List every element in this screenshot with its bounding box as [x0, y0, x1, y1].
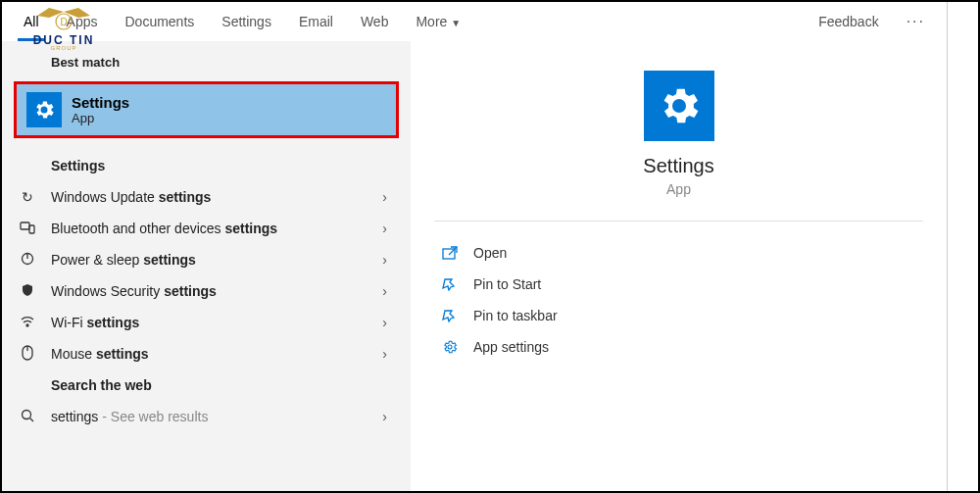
feedback-link[interactable]: Feedback	[805, 4, 892, 39]
result-windows-security[interactable]: Windows Security settings ›	[2, 275, 411, 307]
power-icon	[18, 252, 37, 269]
results-panel: Best match Settings App Settings ↻ Windo…	[2, 41, 411, 491]
svg-line-8	[30, 418, 34, 421]
action-pin-taskbar[interactable]: Pin to taskbar	[434, 300, 923, 331]
pin-icon	[438, 309, 462, 322]
result-web-search[interactable]: settings- See web results ›	[2, 401, 411, 432]
svg-rect-0	[21, 222, 29, 229]
mouse-icon	[18, 345, 37, 364]
search-icon	[18, 409, 37, 425]
tab-more[interactable]: More▼	[402, 4, 474, 39]
best-match-result[interactable]: Settings App	[14, 81, 399, 138]
action-app-settings[interactable]: App settings	[434, 331, 923, 363]
result-bluetooth[interactable]: Bluetooth and other devices settings ›	[2, 213, 411, 244]
result-mouse[interactable]: Mouse settings ›	[2, 338, 411, 370]
preview-title: Settings	[643, 155, 713, 177]
wifi-icon	[18, 315, 37, 331]
tab-apps[interactable]: Apps	[53, 4, 112, 39]
result-wifi[interactable]: Wi-Fi settings ›	[2, 307, 411, 338]
svg-point-7	[23, 410, 31, 419]
action-open[interactable]: Open	[434, 237, 923, 269]
result-windows-update[interactable]: ↻ Windows Update settings ›	[2, 181, 411, 213]
action-pin-start[interactable]: Pin to Start	[434, 269, 923, 300]
chevron-right-icon: ›	[382, 315, 395, 330]
settings-heading: Settings	[2, 150, 411, 181]
chevron-right-icon: ›	[382, 252, 395, 268]
shield-icon	[18, 283, 37, 300]
tab-web[interactable]: Web	[347, 4, 403, 39]
search-web-heading: Search the web	[2, 370, 411, 401]
preview-panel: Settings App Open Pin to Start	[411, 41, 947, 491]
gear-icon	[644, 71, 714, 141]
chevron-right-icon: ›	[382, 189, 395, 205]
chevron-right-icon: ›	[382, 221, 395, 236]
caret-down-icon: ▼	[451, 18, 461, 28]
more-options-button[interactable]: ···	[893, 3, 939, 40]
gear-icon	[26, 92, 62, 127]
result-power-sleep[interactable]: Power & sleep settings ›	[2, 244, 411, 275]
tab-email[interactable]: Email	[285, 4, 347, 39]
chevron-right-icon: ›	[382, 409, 395, 424]
best-match-type: App	[72, 111, 129, 125]
gear-outline-icon	[438, 339, 462, 355]
best-match-heading: Best match	[2, 47, 411, 77]
open-icon	[438, 246, 462, 260]
sync-icon: ↻	[18, 189, 37, 205]
svg-point-4	[26, 324, 28, 326]
tab-settings[interactable]: Settings	[208, 4, 285, 39]
tab-all[interactable]: All	[10, 4, 53, 39]
divider	[434, 221, 923, 222]
pin-icon	[438, 277, 462, 291]
chevron-right-icon: ›	[382, 346, 395, 362]
chevron-right-icon: ›	[382, 283, 395, 299]
search-filter-tabs: All Apps Documents Settings Email Web Mo…	[2, 2, 947, 41]
best-match-title: Settings	[72, 94, 129, 111]
devices-icon	[18, 221, 37, 237]
svg-point-10	[448, 345, 452, 349]
preview-type: App	[666, 181, 691, 197]
svg-rect-1	[29, 225, 34, 233]
tab-documents[interactable]: Documents	[111, 4, 208, 39]
